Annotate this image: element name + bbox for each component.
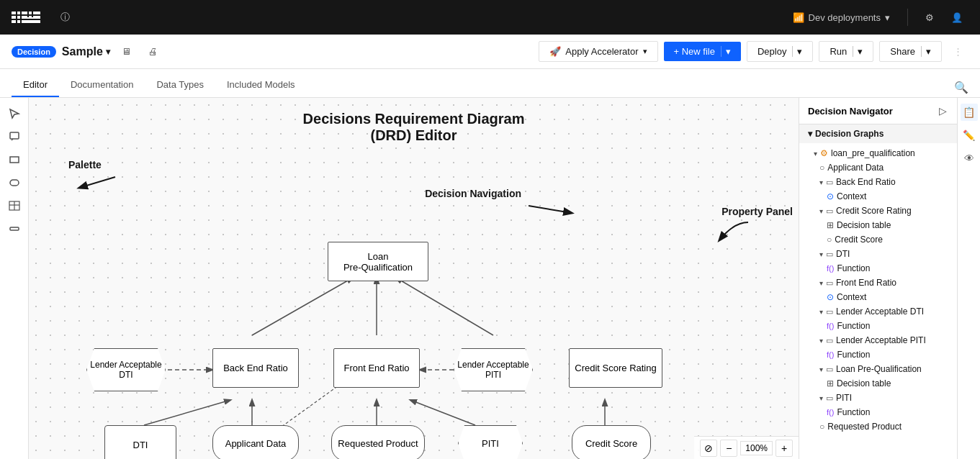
- nav-item-credit-score-rating[interactable]: ▾ ▭ Credit Score Rating: [799, 204, 957, 218]
- tab-data-types[interactable]: Data Types: [145, 73, 215, 97]
- apply-accelerator-button[interactable]: 🚀 Apply Accelerator ▾: [539, 41, 657, 62]
- palette-comment-tool[interactable]: [4, 127, 24, 147]
- new-file-button[interactable]: + New file ▾: [664, 42, 741, 61]
- run-group: Run ▾: [819, 41, 873, 62]
- node-applicant-data[interactable]: Applicant Data: [212, 425, 299, 459]
- palette-arrow: [72, 170, 130, 191]
- node-credit-score[interactable]: Credit Score: [572, 425, 651, 459]
- share-caret[interactable]: ▾: [921, 46, 931, 57]
- settings-button[interactable]: ⚙: [920, 9, 940, 26]
- rect-icon-6: ▭: [826, 336, 833, 345]
- nav-item-back-end-ratio[interactable]: ▾ ▭ Back End Ratio: [799, 175, 957, 189]
- nav-item-decision-table-2[interactable]: ⊞ Decision table: [799, 376, 957, 391]
- zoom-in-button[interactable]: +: [776, 440, 793, 457]
- nav-item-context-2[interactable]: ⊙ Context: [799, 290, 957, 304]
- run-button[interactable]: Run ▾: [819, 41, 873, 62]
- palette-rect-tool[interactable]: [4, 150, 24, 170]
- navigator-icon-button[interactable]: 📋: [961, 104, 978, 121]
- overflow-icon: ⋮: [953, 46, 963, 57]
- rect-icon-7: ▭: [826, 365, 833, 374]
- svg-rect-9: [10, 180, 19, 186]
- canvas-area[interactable]: Decisions Requirement Diagram (DRD) Edit…: [29, 98, 799, 459]
- svg-rect-5: [27, 12, 29, 17]
- rect-icon-3: ▭: [826, 250, 833, 259]
- chevron-down-icon: ▾: [885, 12, 890, 23]
- node-lender-dti[interactable]: Lender Acceptable DTI: [86, 348, 166, 391]
- nav-item-root[interactable]: ▾ ⚙ loan_pre_qualification: [799, 146, 957, 160]
- palette-sidebar: [0, 98, 29, 459]
- func-icon: f(): [827, 264, 834, 273]
- more-options-button[interactable]: ⋮: [948, 43, 968, 60]
- svg-line-15: [529, 206, 572, 213]
- share-button[interactable]: Share ▾: [879, 41, 942, 62]
- table-icon: ⊞: [827, 220, 834, 230]
- nav-item-loan-prequalification[interactable]: ▾ ▭ Loan Pre-Qualification: [799, 362, 957, 376]
- nav-item-front-end-ratio[interactable]: ▾ ▭ Front End Ratio: [799, 276, 957, 290]
- eye-icon-button[interactable]: 👁: [961, 150, 978, 167]
- ibm-logo: [12, 12, 40, 23]
- edit-icon-button[interactable]: ✏️: [961, 127, 978, 144]
- palette-table-tool[interactable]: [4, 196, 24, 216]
- nav-item-piti[interactable]: ▾ ▭ PITI: [799, 391, 957, 405]
- print-button[interactable]: 🖨: [143, 43, 163, 60]
- nav-item-function-2[interactable]: f() Function: [799, 319, 957, 333]
- svg-line-18: [396, 278, 493, 335]
- node-loan-prequalification[interactable]: Loan Pre-Qualification: [328, 242, 428, 281]
- nav-item-lender-acceptable-dti[interactable]: ▾ ▭ Lender Acceptable DTI: [799, 304, 957, 319]
- info-button[interactable]: ⓘ: [55, 8, 76, 27]
- node-back-end-ratio[interactable]: Back End Ratio: [212, 348, 299, 388]
- node-credit-score-rating[interactable]: Credit Score Rating: [569, 348, 662, 388]
- palette-cursor-tool[interactable]: [4, 104, 24, 124]
- deploy-group: Deploy ▾: [747, 41, 813, 62]
- tab-documentation[interactable]: Documentation: [59, 73, 145, 97]
- toolbar: Decision Sample ▾ 🖥 🖨 🚀 Apply Accelerato…: [0, 35, 980, 69]
- tab-editor[interactable]: Editor: [12, 73, 59, 97]
- panel-icon-group: ▷: [938, 104, 948, 118]
- dev-deployments-button[interactable]: 📶 Dev deployments ▾: [787, 9, 896, 26]
- node-requested-product[interactable]: Requested Product: [331, 425, 425, 459]
- top-nav: ⓘ 📶 Dev deployments ▾ ⚙ 👤: [0, 0, 980, 35]
- node-piti[interactable]: PITI: [458, 425, 523, 459]
- rect-icon-8: ▭: [826, 394, 833, 403]
- svg-rect-8: [10, 157, 19, 163]
- palette-minus-tool[interactable]: [4, 219, 24, 239]
- search-icon[interactable]: 🔍: [954, 81, 968, 94]
- panel-expand-button[interactable]: ▷: [938, 104, 948, 118]
- user-button[interactable]: 👤: [945, 9, 968, 26]
- new-file-caret[interactable]: ▾: [721, 46, 731, 57]
- nav-section-header: ▾ Decision Graphs: [799, 124, 957, 143]
- func-icon-2: f(): [827, 322, 834, 330]
- nav-item-function-3[interactable]: f() Function: [799, 347, 957, 362]
- deploy-caret[interactable]: ▾: [792, 46, 802, 57]
- nav-item-function-1[interactable]: f() Function: [799, 261, 957, 276]
- decision-badge: Decision: [12, 46, 56, 58]
- context-icon-2: ⊙: [827, 292, 834, 302]
- monitor-icon: 🖥: [122, 46, 131, 57]
- zoom-out-button[interactable]: −: [720, 440, 737, 457]
- nav-item-context-1[interactable]: ⊙ Context: [799, 189, 957, 204]
- diagram-title: Decisions Requirement Diagram (DRD) Edit…: [303, 111, 525, 144]
- nav-tree: ▾ ⚙ loan_pre_qualification ○ Applicant D…: [799, 143, 957, 437]
- palette-rounded-rect-tool[interactable]: [4, 173, 24, 193]
- node-front-end-ratio[interactable]: Front End Ratio: [333, 348, 420, 388]
- tab-included-models[interactable]: Included Models: [215, 73, 307, 97]
- prop-panel-label: Property Panel: [721, 206, 793, 217]
- rocket-icon: 🚀: [549, 46, 561, 57]
- nav-item-applicant-data[interactable]: ○ Applicant Data: [799, 160, 957, 175]
- nav-item-decision-table-1[interactable]: ⊞ Decision table: [799, 218, 957, 232]
- nav-item-function-4[interactable]: f() Function: [799, 405, 957, 419]
- node-lender-piti[interactable]: Lender Acceptable PITI: [454, 348, 533, 391]
- run-caret[interactable]: ▾: [853, 46, 863, 57]
- nav-item-lender-acceptable-piti[interactable]: ▾ ▭ Lender Acceptable PITI: [799, 333, 957, 347]
- svg-line-21: [144, 400, 230, 425]
- nav-item-requested-product[interactable]: ○ Requested Product: [799, 419, 957, 434]
- nav-item-dti[interactable]: ▾ ▭ DTI: [799, 247, 957, 261]
- right-icon-strip: 📋 ✏️ 👁: [957, 98, 980, 459]
- sample-title: Sample ▾: [62, 45, 110, 58]
- print-icon: 🖨: [148, 46, 158, 57]
- node-dti[interactable]: DTI: [104, 425, 176, 459]
- monitor-button[interactable]: 🖥: [116, 43, 137, 60]
- deploy-button[interactable]: Deploy ▾: [747, 41, 813, 62]
- zoom-reset-button[interactable]: ⊘: [700, 440, 717, 457]
- nav-item-credit-score[interactable]: ○ Credit Score: [799, 232, 957, 247]
